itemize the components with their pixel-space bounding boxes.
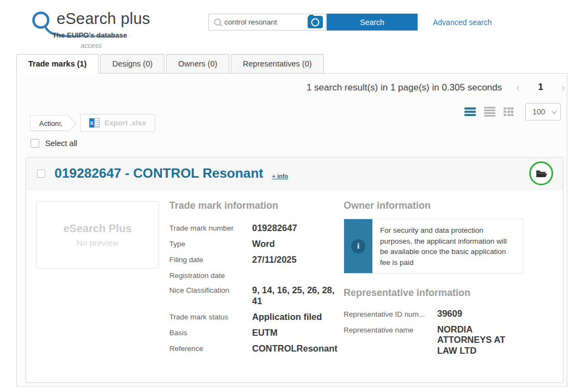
table-row: Registration date [169,267,339,282]
next-page-icon[interactable]: › [561,81,565,94]
representative-info-heading: Representative information [344,287,523,299]
actions-arrow-shape [60,115,76,131]
table-row: Representative ID num... 39609 [344,306,523,322]
result-title-link[interactable]: 019282647 - CONTROL Resonant [54,166,264,181]
no-preview-label: No preview [76,238,119,248]
results-tabs: Trade marks (1) Designs (0) Owners (0) R… [16,54,324,73]
preview-brand-text: eSearch Plus [63,222,132,235]
results-summary: 1 search result(s) in 1 page(s) in 0.305… [234,82,502,93]
table-row: Representative name NORDIA ATTORNEYS AT … [344,322,523,359]
grid-view-icon[interactable] [504,107,513,117]
app-logo-tagline: access [81,42,102,50]
table-row: Trade mark number 019282647 [169,220,339,235]
select-all-control: Select all [30,139,77,148]
tab-representatives[interactable]: Representatives (0) [231,54,324,74]
search-input[interactable] [221,18,308,26]
table-row: Type Word [169,235,339,251]
trademark-info-heading: Trade mark information [169,200,339,211]
info-icon: i [351,239,365,253]
actions-toolbar: Actions X Export .xlsx [30,114,155,132]
camera-icon[interactable] [308,16,323,28]
app-logo-subtitle: The EUIPO's database [52,31,127,39]
app-logo-title[interactable]: eSearch plus [57,10,150,28]
tab-designs[interactable]: Designs (0) [100,54,164,74]
notice-icon-panel: i [344,219,372,273]
select-all-label: Select all [45,139,77,148]
tab-owners[interactable]: Owners (0) [166,54,229,74]
chevron-down-icon [552,108,557,114]
table-row: Trade mark status Application filed [169,309,339,325]
owner-notice-text: For security and data protection purpose… [372,219,523,273]
pagination: ‹ 1 › [516,81,565,94]
per-page-select[interactable]: 100 [525,103,561,120]
search-button[interactable]: Search [327,14,418,31]
advanced-search-link[interactable]: Advanced search [433,18,492,27]
trademark-info-panel: Trade mark information Trade mark number… [169,200,339,356]
no-preview-box: eSearch Plus No preview [36,201,159,269]
table-row: Filing date 27/11/2025 [169,251,339,267]
per-page-value: 100 [532,107,545,116]
owner-info-heading: Owner information [344,200,523,211]
table-row: Basis EUTM [169,325,339,341]
table-row: Reference CONTROLResonant [169,341,339,356]
list-view-icon[interactable] [464,107,476,116]
more-info-link[interactable]: + info [272,173,289,179]
actions-button-label: Actions [39,119,63,128]
open-folder-button[interactable] [529,161,553,185]
actions-button[interactable]: Actions [30,115,68,131]
result-card-body: eSearch Plus No preview Trade mark infor… [26,190,563,383]
owner-notice-box: i For security and data protection purpo… [344,219,523,274]
search-icon [214,19,221,26]
excel-icon: X [89,118,100,128]
open-folder-icon [535,169,548,178]
export-button-label: Export .xlsx [105,119,146,127]
representative-info-panel: Representative information Representativ… [344,287,523,359]
prev-page-icon[interactable]: ‹ [516,81,520,94]
result-checkbox[interactable] [37,170,45,178]
search-bar [209,14,326,31]
tab-trade-marks[interactable]: Trade marks (1) [16,54,99,74]
owner-info-panel: Owner information i For security and dat… [344,200,523,359]
detail-view-icon[interactable] [484,107,495,117]
result-card-header: 019282647 - CONTROL Resonant + info [26,158,563,190]
current-page-number: 1 [538,82,543,93]
table-row: Nice Classification 9, 14, 16, 25, 26, 2… [169,282,339,309]
select-all-checkbox[interactable] [30,139,39,148]
export-xlsx-button[interactable]: X Export .xlsx [80,114,156,132]
view-toggles [464,107,513,117]
result-card: 019282647 - CONTROL Resonant + info eSea… [26,157,564,383]
